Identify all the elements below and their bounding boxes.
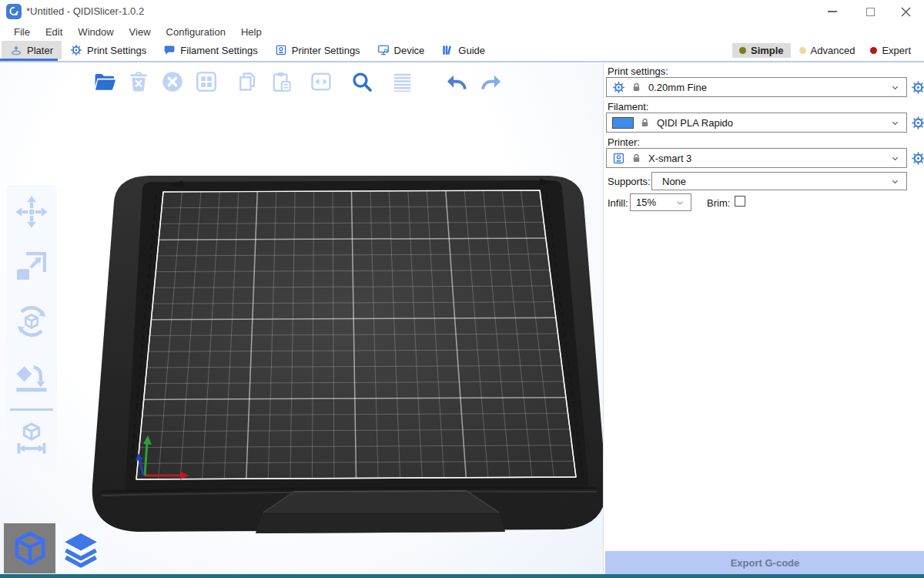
preview-view-button[interactable] (57, 524, 104, 573)
split-view-button[interactable] (307, 68, 335, 96)
mode-label: Expert (882, 45, 911, 56)
guide-icon (441, 44, 454, 56)
mode-label: Simple (751, 45, 784, 56)
paste-button[interactable] (267, 68, 295, 96)
brim-label: Brim: (707, 197, 730, 209)
export-gcode-label: Export G-code (731, 557, 800, 569)
advanced-dot-icon (799, 47, 806, 54)
arrange-button[interactable] (192, 68, 220, 96)
app-logo-icon (6, 4, 22, 19)
menu-item-edit[interactable]: Edit (38, 23, 70, 41)
rotate-tool-button[interactable] (14, 304, 49, 342)
bottom-accent-bar (0, 574, 924, 578)
search-button[interactable] (348, 68, 376, 96)
scale-tool-button[interactable] (14, 249, 49, 287)
menu-item-window[interactable]: Window (70, 23, 121, 41)
device-icon (377, 44, 390, 56)
3d-editor-view-button[interactable] (4, 523, 55, 573)
delete-button[interactable] (125, 68, 152, 96)
object-toolbar (6, 185, 57, 469)
tab-plater[interactable]: Plater (2, 41, 62, 59)
filament-icon (163, 44, 176, 56)
open-button[interactable] (91, 68, 119, 96)
mode-switcher: Simple Advanced Expert (732, 42, 918, 59)
tab-label: Plater (27, 45, 53, 56)
printer-icon (275, 44, 287, 56)
measure-tool-button[interactable] (14, 422, 49, 460)
tab-print-settings[interactable]: Print Settings (62, 41, 155, 59)
window-title: *Untitled - QIDISlicer-1.0.2 (26, 0, 144, 23)
filament-label: Filament: (608, 101, 648, 113)
print-settings-dropdown[interactable]: 0.20mm Fine (606, 77, 907, 97)
redo-button[interactable] (477, 68, 504, 96)
tab-underline (0, 61, 924, 62)
export-gcode-button[interactable]: Export G-code (605, 551, 924, 575)
filament-gear-button[interactable] (910, 115, 924, 130)
lock-icon (631, 153, 641, 163)
chevron-down-icon (890, 118, 900, 128)
move-tool-button[interactable] (14, 194, 49, 233)
gear-icon (70, 44, 82, 56)
filament-value: QIDI PLA Rapido (657, 117, 886, 129)
build-plate (0, 63, 603, 574)
expert-dot-icon (870, 47, 877, 54)
tab-label: Guide (458, 45, 485, 56)
simple-dot-icon (739, 47, 746, 54)
layers-list-button[interactable] (388, 68, 416, 96)
gear-icon (612, 81, 625, 94)
print-settings-value: 0.20mm Fine (648, 82, 886, 93)
infill-label: Infill: (608, 197, 628, 209)
printer-gear-button[interactable] (910, 150, 924, 166)
maximize-button[interactable] (858, 0, 882, 23)
mode-label: Advanced (811, 45, 855, 56)
infill-dropdown[interactable]: 15% (630, 193, 691, 211)
copy-button[interactable] (233, 68, 261, 96)
menu-item-file[interactable]: File (6, 23, 38, 41)
menu-item-configuration[interactable]: Configuration (159, 23, 233, 41)
chevron-down-icon (890, 176, 900, 187)
main-toolbar (91, 68, 504, 96)
title-bar: *Untitled - QIDISlicer-1.0.2 (0, 0, 924, 23)
mode-expert[interactable]: Expert (863, 43, 918, 58)
tab-label: Filament Settings (180, 45, 257, 56)
print-settings-gear-button[interactable] (910, 79, 924, 95)
lock-icon (631, 82, 641, 92)
close-button[interactable] (893, 0, 918, 23)
chevron-down-icon (890, 153, 900, 163)
chevron-down-icon (675, 198, 685, 207)
layers-icon (62, 529, 100, 568)
brim-checkbox[interactable] (735, 196, 745, 207)
supports-value: None (662, 176, 886, 187)
settings-sidebar: Print settings: 0.20mm Fine Filament: QI… (603, 63, 924, 574)
filament-dropdown[interactable]: QIDI PLA Rapido (606, 113, 907, 133)
infill-value: 15% (636, 197, 671, 208)
delete-all-button[interactable] (159, 68, 186, 96)
lock-icon (640, 117, 650, 128)
tab-bar: Plater Print Settings Filament Settings … (0, 41, 924, 63)
printer-value: X-smart 3 (648, 153, 886, 164)
supports-label: Supports: (608, 176, 651, 187)
printer-dropdown[interactable]: X-smart 3 (606, 148, 907, 168)
printer-label: Printer: (608, 136, 640, 148)
tab-device[interactable]: Device (369, 41, 434, 59)
tab-label: Printer Settings (292, 45, 360, 56)
menu-item-help[interactable]: Help (233, 23, 270, 41)
tab-guide[interactable]: Guide (433, 41, 494, 59)
menu-item-view[interactable]: View (122, 23, 159, 41)
tab-filament-settings[interactable]: Filament Settings (155, 41, 266, 59)
tab-label: Device (394, 45, 425, 56)
undo-button[interactable] (443, 68, 470, 96)
tab-label: Print Settings (87, 45, 146, 56)
tab-printer-settings[interactable]: Printer Settings (266, 41, 369, 59)
app-window: *Untitled - QIDISlicer-1.0.2 File Edit W… (0, 0, 924, 578)
mode-advanced[interactable]: Advanced (792, 43, 862, 58)
mode-simple[interactable]: Simple (732, 43, 791, 58)
place-on-face-tool-button[interactable] (14, 358, 49, 397)
print-settings-label: Print settings: (608, 66, 668, 77)
toolbar-divider (10, 408, 53, 411)
chevron-down-icon (890, 82, 900, 92)
minimize-button[interactable] (820, 0, 845, 23)
printer-icon (612, 152, 625, 165)
supports-dropdown[interactable]: None (651, 172, 907, 190)
3d-viewport[interactable] (0, 63, 603, 574)
